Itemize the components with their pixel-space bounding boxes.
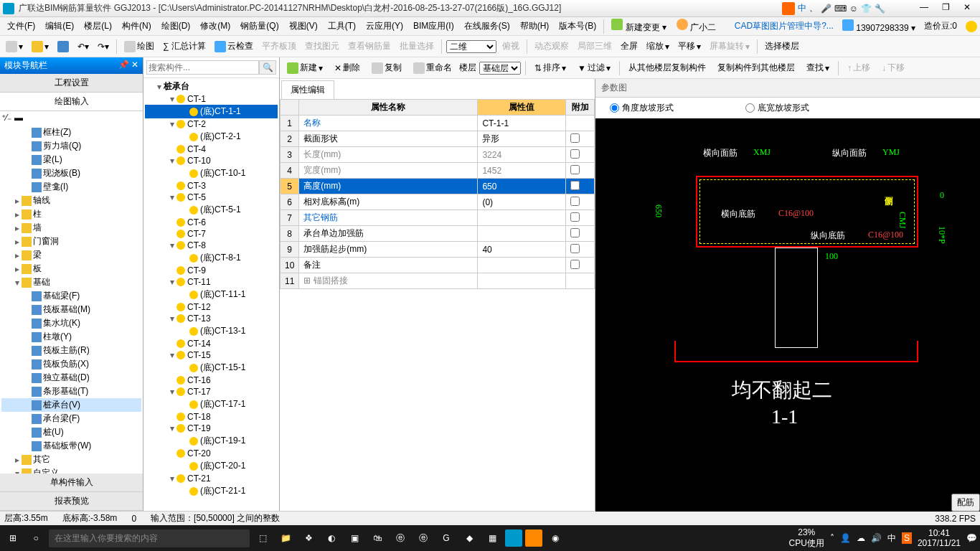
tree-item[interactable]: 桩(U) [1,425,141,439]
property-table[interactable]: 属性名称 属性值 附加 1名称CT-1-12截面形状异形3长度(mm)32244… [280,99,595,289]
property-row[interactable]: 6相对底标高(m)(0) [281,194,595,210]
ime-face-icon[interactable]: ☺ [849,4,858,14]
pick-floor-button[interactable]: 选择楼层 [762,39,802,54]
tree-item[interactable]: ▸柱 [1,207,141,221]
tree-item[interactable]: 框柱(Z) [1,126,141,139]
property-row[interactable]: 4宽度(mm)1452 [281,163,595,179]
ime-keyboard-icon[interactable]: ⌨ [834,4,847,14]
cloud-check-button[interactable]: 云检查 [212,39,256,54]
tray-up-icon[interactable]: ˄ [830,533,834,543]
menu-edit[interactable]: 编辑(E) [41,19,78,34]
menu-file[interactable]: 文件(F) [3,19,39,34]
pin-icon[interactable]: 📌 ✕ [118,60,138,72]
pan-button[interactable]: 平移 ▾ [675,39,704,54]
search-input[interactable] [146,60,259,75]
menu-tools[interactable]: 工具(T) [324,19,360,34]
component-item[interactable]: CT-9 [145,265,278,276]
component-item[interactable]: ▾CT-11 [145,276,278,288]
menu-version[interactable]: 版本号(B) [555,19,600,34]
component-item[interactable]: ▾CT-5 [145,192,278,203]
tree-item[interactable]: ▸轴线 [1,194,141,207]
component-item[interactable]: (底)CT-5-1 [145,203,278,217]
tree-item[interactable]: 独立基础(D) [1,371,141,385]
rename-button[interactable]: 重命名 [409,60,456,75]
floor-select[interactable]: 基础层 [479,62,521,75]
clock-time[interactable]: 10:41 [918,528,961,538]
property-row[interactable]: 2截面形状异形 [281,131,595,147]
component-item[interactable]: CT-20 [145,448,278,459]
radio-width-slope[interactable]: 底宽放坡形式 [745,102,809,114]
tree-item[interactable]: ▸梁 [1,248,141,262]
open-button[interactable]: ▾ [29,39,52,54]
component-item[interactable]: (底)CT-15-1 [145,361,278,375]
tree-item[interactable]: 基础梁(F) [1,289,141,303]
property-row[interactable]: 10备注 [281,258,595,273]
component-item[interactable]: ▾CT-2 [145,118,278,130]
ie-icon[interactable]: ⓔ [413,528,433,548]
property-row[interactable]: 5高度(mm)650 [281,179,595,194]
component-item[interactable]: (底)CT-21-1 [145,484,278,498]
search-button[interactable]: 🔍 [259,60,276,75]
tree-item[interactable]: 壁龛(I) [1,180,141,194]
tree-item[interactable]: 柱墩(Y) [1,330,141,344]
app8-icon[interactable] [525,529,542,547]
copy-button[interactable]: 复制 [367,60,406,75]
tree-item[interactable]: ▸板 [1,262,141,276]
component-item[interactable]: (底)CT-1-1 [145,105,278,118]
tree-item[interactable]: ▾自定义 [1,466,141,474]
component-item[interactable]: ▾CT-8 [145,240,278,251]
ime-shirt-icon[interactable]: 👕 [861,4,872,14]
component-item[interactable]: (底)CT-17-1 [145,397,278,411]
component-item[interactable]: (底)CT-20-1 [145,459,278,473]
menu-steel[interactable]: 钢筋量(Q) [236,19,283,34]
cad-viewport[interactable]: 横向面筋 XMJ 纵向面筋 YMJ 横向底筋 C16@100 纵向底筋 C16@… [595,118,980,512]
component-item[interactable]: ▾CT-19 [145,423,278,434]
app9-icon[interactable]: ◉ [545,528,565,548]
new-component-button[interactable]: 新建 ▾ [283,60,327,75]
ime-lang[interactable]: 中 [798,2,806,14]
tree-item[interactable]: ▸门窗洞 [1,235,141,248]
store-icon[interactable]: 🛍 [367,528,387,548]
ime-bar[interactable]: 中 、 🎤 ⌨ ☺ 👕 🔧 [782,2,885,15]
component-item[interactable]: ▾桩承台 [145,80,278,93]
component-item[interactable]: ▾CT-17 [145,386,278,397]
sogou-icon[interactable] [782,2,795,15]
new-file-button[interactable]: ▾ [3,39,26,54]
tree-item[interactable]: 筏板主筋(R) [1,344,141,357]
property-row[interactable]: 1名称CT-1-1 [281,116,595,131]
tree-item[interactable]: 现浇板(B) [1,166,141,180]
app6-icon[interactable]: ▦ [482,528,502,548]
clock-date[interactable]: 2017/11/21 [918,538,961,548]
menu-online[interactable]: 在线服务(S) [460,19,514,34]
tree-item[interactable]: 基础板带(W) [1,439,141,453]
tree-item[interactable]: 条形基础(T) [1,385,141,398]
new-change-button[interactable]: 新建变更 ▾ [607,17,671,35]
tree-item[interactable]: 剪力墙(Q) [1,139,141,153]
fullscreen-button[interactable]: 全屏 [618,39,641,54]
rebar-config-button[interactable]: 配筋 [951,494,980,512]
tree-item[interactable]: ▸墙 [1,221,141,235]
copy-from-button[interactable]: 从其他楼层复制构件 [624,60,710,75]
property-tab[interactable]: 属性编辑 [281,80,334,99]
zoom-button[interactable]: 缩放 ▾ [644,39,672,54]
radio-angle-slope[interactable]: 角度放坡形式 [610,102,674,114]
dim-select[interactable]: 二维 [446,40,496,53]
component-item[interactable]: ▾CT-1 [145,93,278,105]
component-item[interactable]: (底)CT-19-1 [145,434,278,448]
app5-icon[interactable]: ◆ [459,528,479,548]
tree-item[interactable]: 梁(L) [1,153,141,166]
category-tree[interactable]: 框柱(Z)剪力墙(Q)梁(L)现浇板(B)壁龛(I)▸轴线▸柱▸墙▸门窗洞▸梁▸… [0,124,143,474]
delete-button[interactable]: ✕ 删除 [330,60,364,75]
notification-icon[interactable]: 💬 [966,533,977,543]
component-item[interactable]: CT-7 [145,228,278,240]
phone-label[interactable]: 13907298339 ▾ [842,19,915,33]
start-button[interactable]: ⊞ [3,528,23,548]
property-row[interactable]: 3长度(mm)3224 [281,147,595,163]
filter-button[interactable]: ▼ 过滤 ▾ [573,60,615,75]
component-item[interactable]: CT-4 [145,143,278,155]
tree-item[interactable]: 承台梁(F) [1,412,141,425]
tab-single-input[interactable]: 单构件输入 [0,474,143,492]
component-item[interactable]: ▾CT-13 [145,313,278,324]
property-row[interactable]: 8承台单边加强筋 [281,226,595,242]
tree-item[interactable]: 集水坑(K) [1,316,141,330]
